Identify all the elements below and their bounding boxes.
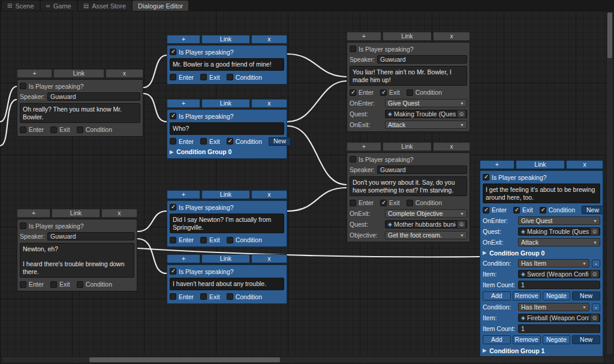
is-player-speaking-checkbox[interactable] (350, 156, 356, 163)
exit-checkbox[interactable] (380, 200, 387, 206)
dialogue-node-6[interactable]: + Link x Is Player speaking? Speaker: Gu… (17, 209, 137, 291)
remove-condition-minus-button[interactable]: - (592, 260, 600, 267)
add-child-button[interactable]: + (347, 142, 381, 151)
dialogue-text-area[interactable]: Newton, eh? I heard there's trouble brew… (20, 243, 134, 278)
delete-node-button[interactable]: x (251, 254, 287, 263)
is-player-speaking-checkbox[interactable] (350, 46, 356, 52)
delete-node-button[interactable]: x (251, 35, 287, 44)
tab-game[interactable]: ∞ Game (41, 1, 77, 11)
dialogue-text-area[interactable]: You liar! There ain't no Mr. Bowler, I m… (350, 66, 467, 86)
enter-checkbox[interactable] (350, 200, 356, 206)
condition-checkbox[interactable] (227, 293, 233, 300)
condition-group-0-foldout[interactable]: ▶ Condition Group 0 (483, 249, 600, 257)
condition-checkbox[interactable] (77, 281, 83, 288)
enter-checkbox[interactable] (170, 138, 176, 145)
dialogue-node-1[interactable]: + Link x Is Player speaking? Speaker: Gu… (17, 69, 143, 137)
enter-checkbox[interactable] (170, 293, 176, 300)
link-button[interactable]: Link (52, 209, 100, 218)
dialogue-text-area[interactable]: Mr. Bowler is a good friend of mine! (170, 58, 284, 71)
condition-group-1-foldout[interactable]: ▶ Condition Group 1 (483, 347, 600, 354)
condition-checkbox[interactable] (407, 200, 413, 206)
add-child-button[interactable]: + (17, 69, 52, 78)
quest-object-field[interactable]: ◈ Mother hubbards bunions (( ⊙ (385, 220, 467, 228)
objective-dropdown[interactable]: Get the foot cream. ▼ (385, 231, 467, 239)
link-button[interactable]: Link (201, 254, 249, 263)
enter-checkbox[interactable] (483, 207, 489, 213)
exit-checkbox[interactable] (200, 74, 207, 80)
is-player-speaking-checkbox[interactable] (170, 113, 176, 119)
exit-checkbox[interactable] (200, 237, 207, 243)
object-picker-icon[interactable]: ⊙ (458, 110, 465, 118)
item-count-field[interactable]: 1 (518, 324, 600, 333)
vertical-scrollbar[interactable] (606, 11, 613, 355)
condition-type-dropdown[interactable]: Has Item ▼ (518, 303, 589, 311)
dialogue-text-area[interactable]: Who? (170, 122, 284, 135)
enter-checkbox[interactable] (20, 281, 26, 288)
dialogue-text-area[interactable]: I get the feeling it's about to be brewi… (483, 183, 600, 203)
new-condition-button[interactable]: New (572, 291, 600, 300)
horizontal-scrollbar-thumb[interactable] (89, 357, 280, 362)
on-enter-dropdown[interactable]: Give Quest ▼ (518, 216, 600, 225)
tab-scene[interactable]: ⊞ Scene (2, 1, 40, 11)
speaker-field[interactable]: Guwuard (47, 92, 140, 101)
dialogue-text-area[interactable]: Don't you worry about it. Say, do you ha… (350, 176, 467, 196)
on-enter-dropdown[interactable]: Give Quest ▼ (385, 99, 467, 107)
on-exit-dropdown[interactable]: Complete Objective ▼ (385, 209, 467, 218)
dialogue-text-area[interactable]: I haven't heard about any trouble. (170, 278, 284, 290)
remove-condition-minus-button[interactable]: - (592, 303, 600, 311)
dialogue-node-3[interactable]: + Link x Is Player speaking? Who? Enter … (167, 99, 287, 159)
exit-checkbox[interactable] (380, 89, 387, 96)
add-child-button[interactable]: + (17, 209, 50, 218)
add-child-button[interactable]: + (167, 254, 200, 263)
exit-checkbox[interactable] (200, 138, 207, 145)
dialogue-node-5[interactable]: + Link x Is Player speaking? Speaker: Gu… (347, 142, 470, 242)
condition-group-foldout[interactable]: ▶ Condition Group 0 (170, 148, 284, 156)
object-picker-icon[interactable]: ⊙ (591, 228, 598, 235)
enter-checkbox[interactable] (170, 74, 176, 80)
link-button[interactable]: Link (383, 32, 432, 41)
vertical-scrollbar-thumb[interactable] (607, 13, 612, 58)
dialogue-node-8[interactable]: + Link x Is Player speaking? I haven't h… (167, 254, 287, 304)
delete-node-button[interactable]: x (251, 99, 287, 108)
link-button[interactable]: Link (201, 35, 249, 44)
object-picker-icon[interactable]: ⊙ (591, 270, 598, 278)
delete-node-button[interactable]: x (106, 69, 143, 78)
link-button[interactable]: Link (201, 99, 249, 108)
negate-condition-button[interactable]: Negate (543, 335, 571, 344)
negate-condition-button[interactable]: Negate (543, 291, 571, 300)
new-condition-button[interactable]: New (572, 335, 600, 344)
condition-checkbox[interactable] (227, 138, 233, 145)
add-condition-button[interactable]: Add (483, 335, 511, 344)
remove-condition-button[interactable]: Remove (513, 291, 541, 300)
dialogue-graph-canvas[interactable]: + Link x Is Player speaking? Speaker: Gu… (0, 11, 614, 364)
add-child-button[interactable]: + (167, 99, 200, 108)
is-player-speaking-checkbox[interactable] (170, 49, 176, 55)
object-picker-icon[interactable]: ⊙ (458, 221, 465, 228)
condition-checkbox[interactable] (227, 74, 233, 80)
link-button[interactable]: Link (383, 142, 432, 151)
add-child-button[interactable]: + (480, 160, 514, 169)
on-exit-dropdown[interactable]: Attack ▼ (518, 238, 600, 246)
quest-object-field[interactable]: ◈ Making Trouble (Quest) ⊙ (518, 227, 600, 236)
condition-type-dropdown[interactable]: Has Item ▼ (518, 259, 589, 267)
delete-node-button[interactable]: x (433, 32, 470, 41)
new-condition-group-button[interactable]: New (269, 137, 291, 146)
quest-object-field[interactable]: ◈ Making Trouble (Quest) ⊙ (385, 110, 467, 118)
enter-checkbox[interactable] (20, 127, 26, 133)
horizontal-scrollbar[interactable] (2, 356, 604, 363)
dialogue-text-area[interactable]: Oh really? Then you must know Mr. Bowler… (20, 103, 140, 123)
speaker-field[interactable]: Guwuard (47, 232, 134, 240)
dialogue-node-9[interactable]: + Link x Is Player speaking? I get the f… (480, 160, 603, 357)
dialogue-node-2[interactable]: + Link x Is Player speaking? Mr. Bowler … (167, 35, 287, 85)
tab-asset-store[interactable]: ▤ Asset Store (78, 1, 131, 11)
exit-checkbox[interactable] (50, 127, 57, 133)
exit-checkbox[interactable] (200, 293, 207, 300)
add-child-button[interactable]: + (347, 32, 381, 41)
is-player-speaking-checkbox[interactable] (483, 174, 489, 181)
is-player-speaking-checkbox[interactable] (20, 222, 26, 229)
delete-node-button[interactable]: x (433, 142, 470, 151)
add-condition-button[interactable]: Add (483, 291, 511, 300)
delete-node-button[interactable]: x (566, 160, 603, 169)
delete-node-button[interactable]: x (101, 209, 137, 218)
condition-checkbox[interactable] (407, 89, 413, 96)
